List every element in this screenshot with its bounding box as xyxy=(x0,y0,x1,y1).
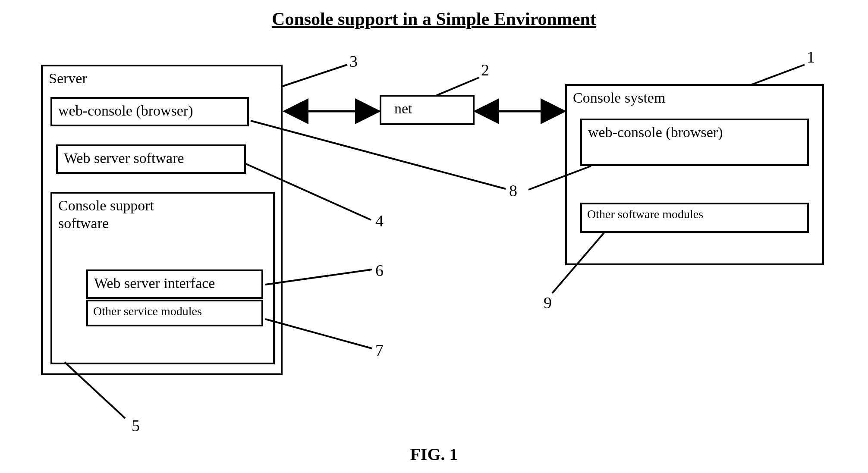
web-server-software-label: Web server software xyxy=(58,146,244,171)
other-service-modules-box: Other service modules xyxy=(86,300,263,326)
callout-4: 4 xyxy=(375,211,384,230)
console-system-title: Console system xyxy=(567,86,822,110)
console-support-software-title: Console support software xyxy=(52,194,182,236)
callout-3: 3 xyxy=(349,52,358,71)
console-web-console-box: web-console (browser) xyxy=(580,119,809,166)
net-label: net xyxy=(381,97,473,121)
net-box: net xyxy=(380,95,475,125)
console-web-console-label: web-console (browser) xyxy=(582,120,807,145)
other-software-modules-label: Other software modules xyxy=(582,204,807,224)
lead-8a xyxy=(251,121,506,189)
server-title: Server xyxy=(43,66,281,91)
callout-1: 1 xyxy=(807,47,815,66)
web-server-software-box: Web server software xyxy=(56,144,246,174)
callout-6: 6 xyxy=(375,261,384,280)
diagram-title: Console support in a Simple Environment xyxy=(0,9,868,29)
other-software-modules-box: Other software modules xyxy=(580,203,809,233)
callout-9: 9 xyxy=(544,293,552,312)
web-server-interface-box: Web server interface xyxy=(86,269,263,299)
callout-2: 2 xyxy=(481,60,489,79)
lead-1 xyxy=(751,65,805,85)
server-web-console-box: web-console (browser) xyxy=(50,97,249,126)
callout-7: 7 xyxy=(375,341,384,360)
server-web-console-label: web-console (browser) xyxy=(52,99,247,123)
web-server-interface-label: Web server interface xyxy=(88,271,261,296)
console-system-box: Console system xyxy=(565,84,824,265)
lead-3 xyxy=(283,65,347,86)
figure-caption: FIG. 1 xyxy=(0,444,868,464)
other-service-modules-label: Other service modules xyxy=(88,301,261,321)
callout-5: 5 xyxy=(132,416,140,435)
lead-2 xyxy=(436,78,479,96)
callout-8: 8 xyxy=(509,181,517,200)
